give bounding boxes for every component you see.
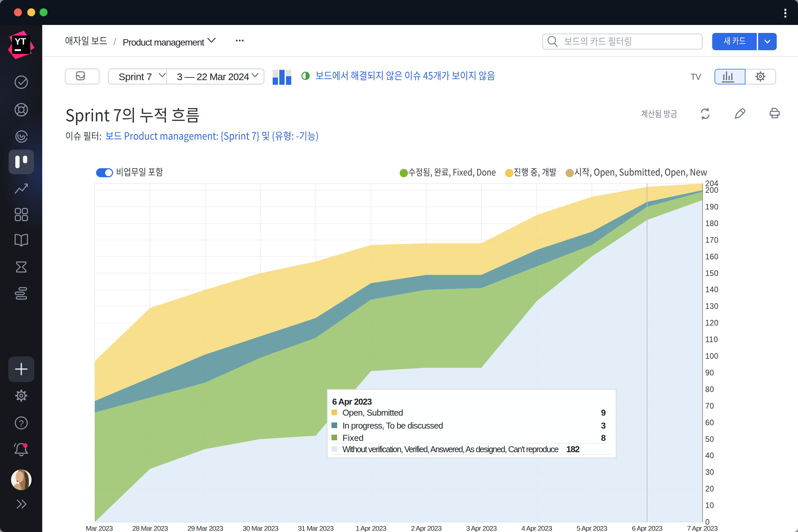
- svg-text:Product management: Product management: [123, 37, 205, 48]
- svg-text:28 Mar 2023: 28 Mar 2023: [132, 524, 168, 532]
- svg-text:90: 90: [705, 368, 714, 377]
- svg-text:140: 140: [705, 285, 719, 294]
- svg-text:130: 130: [705, 302, 719, 310]
- svg-text:6 Apr 2023: 6 Apr 2023: [632, 524, 662, 532]
- svg-text:110: 110: [705, 335, 718, 344]
- svg-text:5 Apr 2023: 5 Apr 2023: [576, 524, 607, 532]
- svg-text:3: 3: [601, 421, 606, 431]
- svg-text:1 Apr 2023: 1 Apr 2023: [356, 524, 386, 532]
- svg-text:?: ?: [19, 419, 24, 429]
- svg-text:100: 100: [705, 352, 719, 360]
- svg-text:30: 30: [705, 468, 714, 476]
- svg-text:31 Mar 2023: 31 Mar 2023: [298, 524, 334, 532]
- svg-text:200: 200: [705, 186, 719, 194]
- svg-text:120: 120: [705, 319, 719, 327]
- svg-text:80: 80: [705, 385, 714, 394]
- svg-text:190: 190: [705, 203, 719, 211]
- svg-text:Sprint 7: Sprint 7: [119, 71, 152, 82]
- svg-text:Without verification, Verified: Without verification, Verified, Answered…: [342, 444, 558, 454]
- svg-text:TV: TV: [690, 72, 701, 81]
- svg-text:182: 182: [566, 444, 580, 454]
- svg-text:150: 150: [705, 269, 719, 278]
- svg-text:4 Apr 2023: 4 Apr 2023: [521, 524, 552, 532]
- svg-text:6 Apr 2023: 6 Apr 2023: [332, 397, 372, 407]
- svg-text:170: 170: [705, 236, 719, 244]
- svg-text:In progress, To be discussed: In progress, To be discussed: [342, 421, 443, 431]
- svg-text:7 Apr 2023: 7 Apr 2023: [687, 524, 718, 532]
- svg-text:Mar 2023: Mar 2023: [86, 524, 113, 532]
- svg-text:/: /: [113, 36, 116, 47]
- svg-text:70: 70: [705, 402, 714, 410]
- svg-text:60: 60: [705, 418, 714, 427]
- svg-text:160: 160: [705, 252, 719, 261]
- svg-text:YT: YT: [15, 37, 26, 46]
- svg-text:3 — 22 Mar 2024: 3 — 22 Mar 2024: [177, 71, 249, 82]
- svg-text:3 Apr 2023: 3 Apr 2023: [466, 524, 497, 532]
- svg-text:8: 8: [601, 433, 606, 443]
- svg-text:29 Mar 2023: 29 Mar 2023: [188, 524, 223, 532]
- svg-text:2 Apr 2023: 2 Apr 2023: [411, 524, 441, 532]
- svg-text:30 Mar 2023: 30 Mar 2023: [243, 524, 278, 532]
- svg-text:40: 40: [705, 451, 714, 460]
- svg-text:10: 10: [705, 501, 714, 510]
- svg-text:Fixed: Fixed: [342, 433, 364, 443]
- svg-text:20: 20: [705, 484, 714, 493]
- svg-text:180: 180: [705, 219, 719, 228]
- svg-text:Open, Submitted: Open, Submitted: [342, 407, 403, 418]
- svg-text:50: 50: [705, 435, 714, 443]
- svg-text:9: 9: [601, 407, 606, 418]
